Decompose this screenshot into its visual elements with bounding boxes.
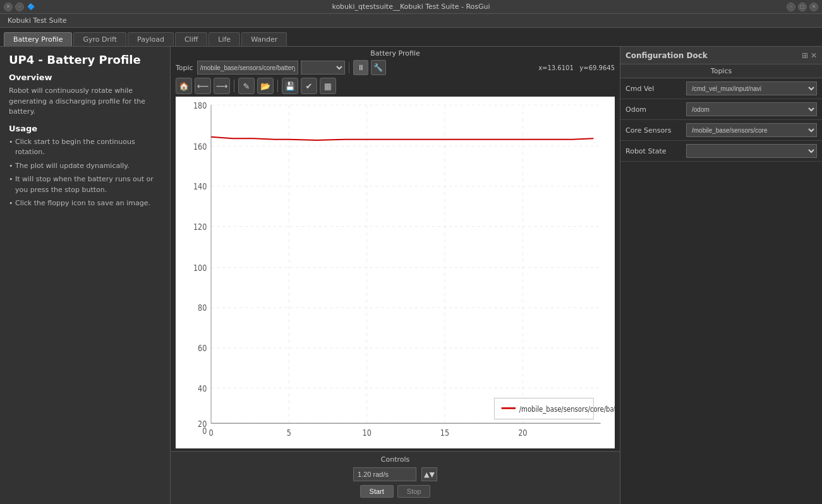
usage-list: Click start to begin the continuous rota… (9, 137, 161, 209)
svg-text:180: 180 (193, 101, 207, 111)
app-icon: 🔷 (27, 3, 35, 11)
icon-separator (234, 80, 234, 92)
plot-title: Battery Profile (176, 49, 615, 57)
svg-rect-0 (176, 97, 615, 448)
config-label: Odom (626, 105, 682, 114)
topic-dropdown[interactable] (301, 61, 345, 75)
edit-icon-button[interactable]: ✎ (238, 78, 255, 94)
config-row-cmd-vel: Cmd Vel/cmd_vel_mux/input/navi (620, 78, 822, 99)
svg-text:140: 140 (193, 182, 207, 191)
tab-battery-profile[interactable]: Battery Profile (4, 32, 72, 46)
config-icons[interactable]: ⊞ ✕ (802, 51, 817, 60)
controls-section: Controls ▲▼ Start Stop (171, 451, 620, 504)
save-icon-button[interactable]: 💾 (282, 78, 298, 94)
forward-icon-button[interactable]: ⟶ (214, 78, 230, 94)
svg-text:100: 100 (193, 263, 207, 273)
config-row-odom: Odom/odom (620, 99, 822, 120)
stop-button[interactable]: Stop (397, 485, 431, 498)
coord-x: x=13.6101 (538, 64, 574, 71)
config-label: Core Sensors (626, 126, 682, 135)
controls-row: ▲▼ (177, 467, 613, 481)
chart-svg: 180 160 140 120 100 80 60 40 20 0 0 5 10… (176, 97, 615, 448)
config-rows-container: Cmd Vel/cmd_vel_mux/input/naviOdom/odomC… (620, 78, 822, 162)
grid-icon-button[interactable]: ▦ (320, 78, 336, 94)
overview-text: Robot will continuously rotate while gen… (9, 86, 161, 117)
plot-coords: x=13.6101 y=69.9645 (538, 64, 615, 71)
minimize-button[interactable]: – (15, 3, 24, 11)
svg-text:120: 120 (193, 222, 207, 232)
menubar: Kobuki Test Suite (0, 14, 822, 28)
control-buttons: Start Stop (177, 485, 613, 498)
config-select[interactable] (686, 144, 817, 158)
rad-input[interactable] (353, 467, 416, 481)
config-row-core-sensors: Core Sensors/mobile_base/sensors/core (620, 120, 822, 141)
check-icon-button[interactable]: ✔ (301, 78, 317, 94)
page-title: UP4 - Battery Profile (9, 53, 161, 66)
topic-label: Topic (176, 64, 193, 72)
center-panel: Battery Profile Topic ⏸ 🔧 x=13.6101 y=69… (171, 47, 620, 504)
svg-text:40: 40 (198, 384, 207, 393)
usage-heading: Usage (9, 124, 161, 133)
svg-text:80: 80 (198, 304, 207, 313)
maximize-button[interactable]: □ (798, 3, 807, 11)
tab-life[interactable]: Life (209, 32, 240, 46)
close-right-button[interactable]: ✕ (809, 3, 818, 11)
svg-text:0: 0 (209, 428, 213, 438)
menu-app-label[interactable]: Kobuki Test Suite (5, 16, 70, 25)
plot-container: Battery Profile Topic ⏸ 🔧 x=13.6101 y=69… (171, 47, 620, 451)
window-title: kobuki_qtestsuite__Kobuki Test Suite - R… (35, 3, 787, 11)
config-dock-header: Configuration Dock ⊞ ✕ (620, 47, 822, 64)
window-right-controls[interactable]: – □ ✕ (787, 3, 818, 11)
usage-item: Click the floppy icon to save an image. (9, 198, 161, 209)
tab-payload[interactable]: Payload (128, 32, 174, 46)
icon-separator2 (277, 80, 278, 92)
usage-item: The plot will update dynamically. (9, 161, 161, 172)
config-label: Cmd Vel (626, 85, 682, 93)
titlebar: ✕ – 🔷 kobuki_qtestsuite__Kobuki Test Sui… (0, 0, 822, 14)
minimize-right-button[interactable]: – (787, 3, 795, 11)
start-button[interactable]: Start (360, 485, 394, 498)
svg-text:/mobile_base/sensors/core/batt: /mobile_base/sensors/core/battery (519, 405, 615, 414)
svg-text:0: 0 (202, 427, 207, 436)
svg-text:160: 160 (193, 142, 207, 152)
topic-input[interactable] (197, 61, 298, 75)
config-row-robot-state: Robot State (620, 141, 822, 162)
close-button[interactable]: ✕ (4, 3, 13, 11)
config-select[interactable]: /odom (686, 102, 817, 116)
svg-text:20: 20 (518, 428, 527, 438)
open-icon-button[interactable]: 📂 (257, 78, 274, 94)
left-panel: UP4 - Battery Profile Overview Robot wil… (0, 47, 171, 504)
svg-text:5: 5 (287, 428, 291, 438)
chart-area: 180 160 140 120 100 80 60 40 20 0 0 5 10… (176, 97, 615, 448)
plot-icons-row: 🏠 ⟵ ⟶ ✎ 📂 💾 ✔ ▦ (176, 78, 615, 94)
coord-y: y=69.9645 (579, 64, 615, 71)
plot-toolbar: Topic ⏸ 🔧 x=13.6101 y=69.9645 (176, 60, 615, 75)
config-dock-title: Configuration Dock (626, 51, 708, 60)
config-select[interactable]: /cmd_vel_mux/input/navi (686, 81, 817, 95)
config-label: Robot State (626, 147, 682, 155)
usage-item: It will stop when the battery runs out o… (9, 174, 161, 195)
tab-cliff[interactable]: Cliff (175, 32, 207, 46)
close-dock-icon[interactable]: ✕ (811, 51, 817, 60)
controls-title: Controls (177, 455, 613, 464)
spin-up-button[interactable]: ▲▼ (421, 467, 437, 481)
config-select[interactable]: /mobile_base/sensors/core (686, 123, 817, 137)
float-icon[interactable]: ⊞ (802, 51, 808, 60)
topics-header: Topics (620, 64, 822, 78)
right-panel: Configuration Dock ⊞ ✕ Topics Cmd Vel/cm… (620, 47, 822, 504)
window-controls[interactable]: ✕ – 🔷 (4, 3, 35, 11)
tab-gyro-drift[interactable]: Gyro Drift (73, 32, 126, 46)
back-icon-button[interactable]: ⟵ (195, 78, 211, 94)
home-icon-button[interactable]: 🏠 (176, 78, 192, 94)
svg-text:15: 15 (440, 428, 449, 438)
main-layout: UP4 - Battery Profile Overview Robot wil… (0, 47, 822, 504)
usage-item: Click start to begin the continuous rota… (9, 137, 161, 158)
toolbar-separator (349, 62, 349, 73)
svg-text:60: 60 (198, 344, 207, 353)
tab-wander[interactable]: Wander (241, 32, 287, 46)
wrench-button[interactable]: 🔧 (371, 60, 386, 75)
svg-text:10: 10 (363, 428, 372, 438)
pause-button[interactable]: ⏸ (353, 60, 368, 75)
overview-heading: Overview (9, 73, 161, 82)
tabbar: Battery ProfileGyro DriftPayloadCliffLif… (0, 28, 822, 47)
